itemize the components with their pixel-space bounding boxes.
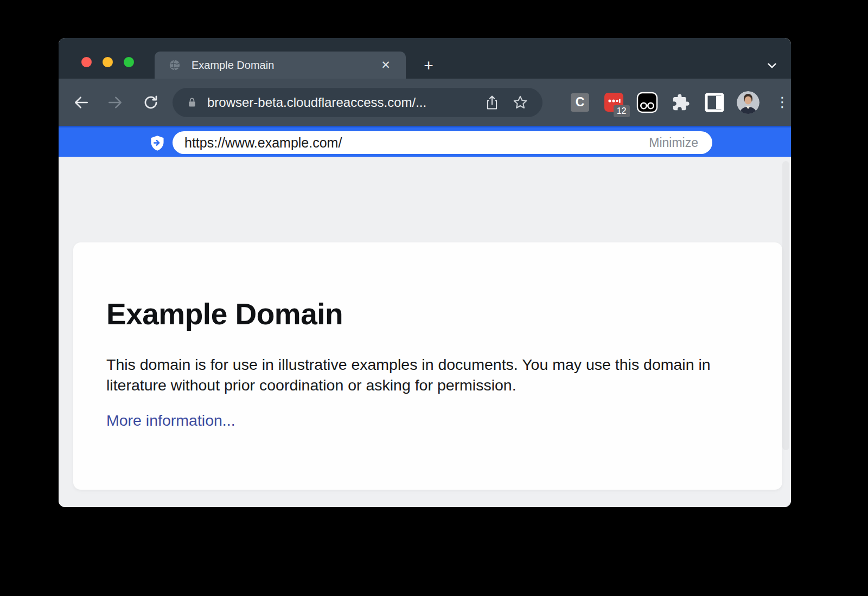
extension-red-button[interactable]: 12 [597, 93, 630, 112]
chrome-menu-button[interactable]: ⋮ [765, 98, 791, 106]
tab-search-chevron-icon[interactable] [765, 59, 779, 75]
page-viewport: Example Domain This domain is for use in… [59, 157, 791, 507]
share-icon[interactable] [482, 94, 502, 111]
globe-icon [169, 59, 181, 71]
page-scrollbar[interactable] [782, 161, 789, 450]
isolation-bar: Minimize [59, 126, 791, 157]
tab-example-domain[interactable]: Example Domain ✕ [155, 52, 406, 79]
minimize-button[interactable]: Minimize [649, 136, 698, 150]
side-panel-button[interactable] [698, 93, 731, 112]
traffic-lights [81, 57, 134, 67]
forward-button[interactable] [103, 91, 127, 114]
tab-title: Example Domain [192, 59, 378, 72]
three-dot-menu-icon: ⋮ [775, 98, 781, 106]
tab-close-icon[interactable]: ✕ [378, 57, 394, 73]
close-window-button[interactable] [81, 57, 92, 67]
page-title: Example Domain [106, 297, 782, 331]
content-card: Example Domain This domain is for use in… [73, 242, 782, 490]
isolation-url-pill: Minimize [173, 131, 712, 154]
lock-icon [187, 96, 197, 109]
tab-strip: Example Domain ✕ + [59, 38, 791, 79]
extension-c-icon: C [571, 93, 589, 112]
extension-c-button[interactable]: C [563, 93, 597, 112]
more-information-link[interactable]: More information... [106, 412, 235, 430]
extension-black-button[interactable] [630, 91, 664, 114]
bookmark-star-icon[interactable] [510, 94, 531, 111]
isolation-shield-icon [150, 135, 165, 151]
zoom-window-button[interactable] [124, 57, 134, 67]
isolation-url-input[interactable] [184, 135, 649, 151]
extensions-menu-button[interactable] [664, 93, 698, 112]
reload-button[interactable] [139, 91, 163, 114]
extension-badge-count: 12 [614, 105, 630, 117]
profile-button[interactable] [731, 91, 765, 114]
extensions-area: C 12 [563, 79, 791, 126]
toolbar: browser-beta.cloudflareaccess.com/... C [59, 79, 791, 126]
extension-two-circles-icon [636, 91, 659, 114]
page-body-text: This domain is for use in illustrative e… [106, 354, 730, 395]
browser-window: Example Domain ✕ + browser-beta.clou [59, 38, 791, 507]
address-bar[interactable]: browser-beta.cloudflareaccess.com/... [173, 88, 542, 117]
extensions-puzzle-icon [672, 93, 690, 112]
address-bar-url: browser-beta.cloudflareaccess.com/... [207, 95, 482, 110]
new-tab-button[interactable]: + [418, 56, 439, 75]
avatar [737, 91, 760, 114]
back-button[interactable] [69, 91, 93, 114]
minimize-window-button[interactable] [103, 57, 113, 67]
side-panel-icon [705, 93, 724, 112]
extension-red-dots-icon: 12 [604, 93, 623, 112]
